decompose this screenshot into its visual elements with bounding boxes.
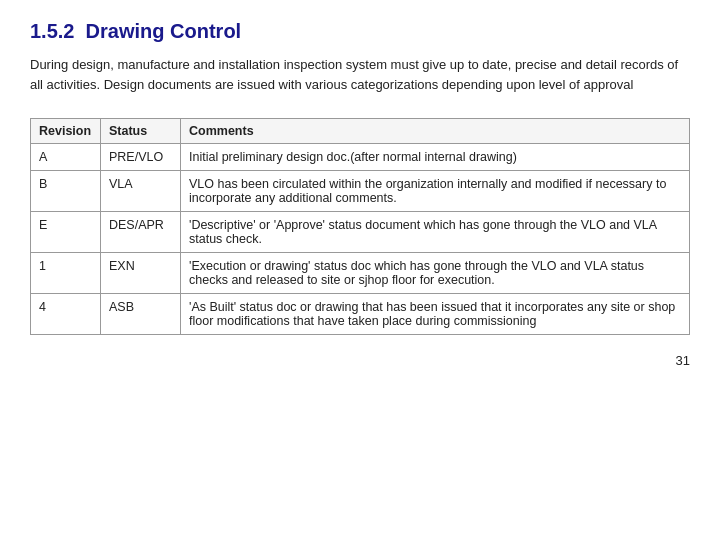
table-row: BVLAVLO has been circulated within the o… <box>31 171 690 212</box>
cell-status: VLA <box>101 171 181 212</box>
cell-comments: 'Execution or drawing' status doc which … <box>181 253 690 294</box>
cell-revision: B <box>31 171 101 212</box>
table-row: EDES/APR'Descriptive' or 'Approve' statu… <box>31 212 690 253</box>
page-title: 1.5.2 Drawing Control <box>30 20 690 43</box>
table-row: 1EXN'Execution or drawing' status doc wh… <box>31 253 690 294</box>
cell-comments: 'As Built' status doc or drawing that ha… <box>181 294 690 335</box>
description-text: During design, manufacture and installat… <box>30 55 690 94</box>
section-number: 1.5.2 <box>30 20 74 42</box>
cell-revision: 4 <box>31 294 101 335</box>
cell-comments: 'Descriptive' or 'Approve' status docume… <box>181 212 690 253</box>
cell-comments: Initial preliminary design doc.(after no… <box>181 144 690 171</box>
cell-status: PRE/VLO <box>101 144 181 171</box>
page-number: 31 <box>30 353 690 368</box>
cell-revision: A <box>31 144 101 171</box>
table-row: APRE/VLOInitial preliminary design doc.(… <box>31 144 690 171</box>
drawing-control-table: Revision Status Comments APRE/VLOInitial… <box>30 118 690 335</box>
col-header-status: Status <box>101 119 181 144</box>
col-header-revision: Revision <box>31 119 101 144</box>
title-text: Drawing Control <box>86 20 242 42</box>
cell-revision: 1 <box>31 253 101 294</box>
cell-revision: E <box>31 212 101 253</box>
cell-comments: VLO has been circulated within the organ… <box>181 171 690 212</box>
table-row: 4ASB'As Built' status doc or drawing tha… <box>31 294 690 335</box>
table-header-row: Revision Status Comments <box>31 119 690 144</box>
cell-status: DES/APR <box>101 212 181 253</box>
cell-status: ASB <box>101 294 181 335</box>
cell-status: EXN <box>101 253 181 294</box>
col-header-comments: Comments <box>181 119 690 144</box>
